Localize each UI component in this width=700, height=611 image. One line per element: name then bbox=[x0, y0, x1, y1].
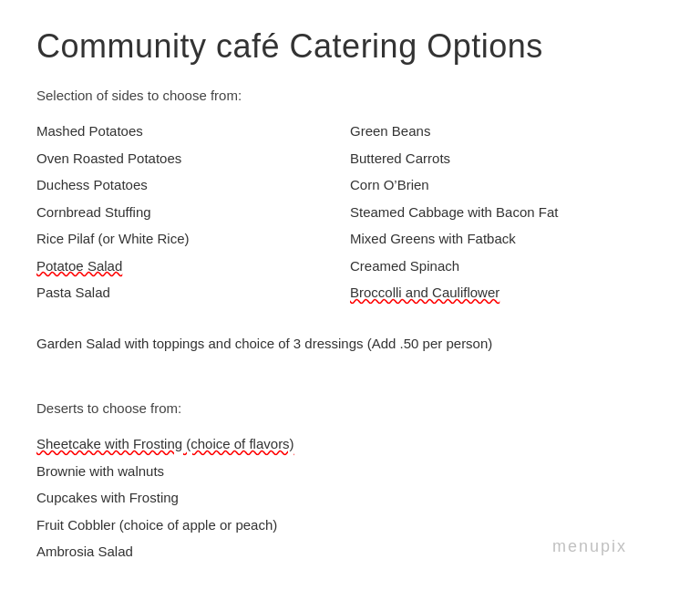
sides-right-column: Green BeansButtered CarrotsCorn O’BrienS… bbox=[350, 119, 664, 305]
sides-grid: Mashed PotatoesOven Roasted PotatoesDuch… bbox=[36, 119, 664, 305]
sides-left-item-4: Rice Pilaf (or White Rice) bbox=[36, 227, 350, 251]
dessert-item-1: Brownie with walnuts bbox=[36, 460, 664, 483]
page-container: Community café Catering Options Selectio… bbox=[0, 0, 700, 611]
sides-right-item-6: Broccolli and Cauliflower bbox=[350, 281, 664, 305]
sides-left-item-3: Cornbread Stuffing bbox=[36, 201, 350, 224]
sides-right-item-2: Corn O’Brien bbox=[350, 173, 664, 197]
sides-right-item-1: Buttered Carrots bbox=[350, 147, 664, 171]
sides-left-item-6: Pasta Salad bbox=[36, 281, 350, 305]
garden-salad-item: Garden Salad with toppings and choice of… bbox=[36, 332, 664, 356]
desserts-section-label: Deserts to choose from: bbox=[36, 400, 664, 416]
sides-left-item-2: Duchess Potatoes bbox=[36, 173, 350, 197]
sides-right-item-3: Steamed Cabbage with Bacon Fat bbox=[350, 201, 664, 224]
sides-left-item-5: Potatoe Salad bbox=[36, 254, 350, 278]
menupix-watermark: menupix bbox=[552, 537, 627, 556]
sides-right-item-0: Green Beans bbox=[350, 119, 664, 143]
sides-left-item-0: Mashed Potatoes bbox=[36, 119, 350, 143]
dessert-item-0: Sheetcake with Frosting (choice of flavo… bbox=[36, 432, 664, 456]
page-title: Community café Catering Options bbox=[36, 27, 664, 66]
sides-right-item-4: Mixed Greens with Fatback bbox=[350, 227, 664, 251]
sides-left-item-1: Oven Roasted Potatoes bbox=[36, 147, 350, 171]
sides-section-label: Selection of sides to choose from: bbox=[36, 88, 664, 103]
sides-right-item-5: Creamed Spinach bbox=[350, 254, 664, 278]
dessert-item-3: Fruit Cobbler (choice of apple or peach) bbox=[36, 513, 664, 537]
sides-left-column: Mashed PotatoesOven Roasted PotatoesDuch… bbox=[36, 119, 350, 305]
dessert-item-2: Cupcakes with Frosting bbox=[36, 486, 664, 510]
